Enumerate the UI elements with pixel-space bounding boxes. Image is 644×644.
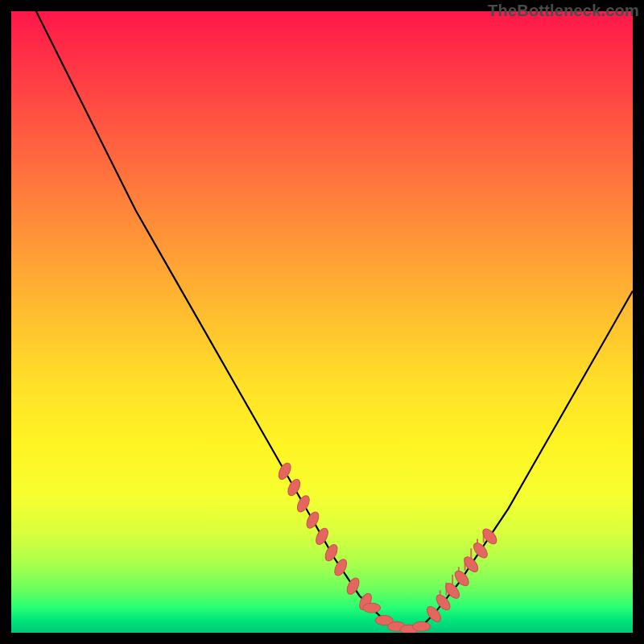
bottleneck-curve-group (36, 11, 633, 630)
chart-frame (11, 11, 633, 633)
curve-marker (314, 526, 331, 547)
curve-marker (323, 543, 340, 563)
curve-marker (332, 557, 349, 577)
curve-marker (345, 576, 361, 597)
curve-markers (276, 461, 499, 633)
curve-marker (363, 603, 381, 613)
curve-marker (413, 621, 431, 631)
curve-marker (276, 461, 293, 481)
curve-marker (471, 540, 489, 560)
curve-marker (286, 477, 303, 497)
curve-marker (304, 510, 321, 530)
bottleneck-curve-path (36, 11, 633, 630)
watermark-text: TheBottleneck.com (488, 2, 639, 20)
curve-marker (452, 568, 471, 588)
chart-svg (11, 11, 633, 633)
curve-marker (295, 493, 312, 514)
